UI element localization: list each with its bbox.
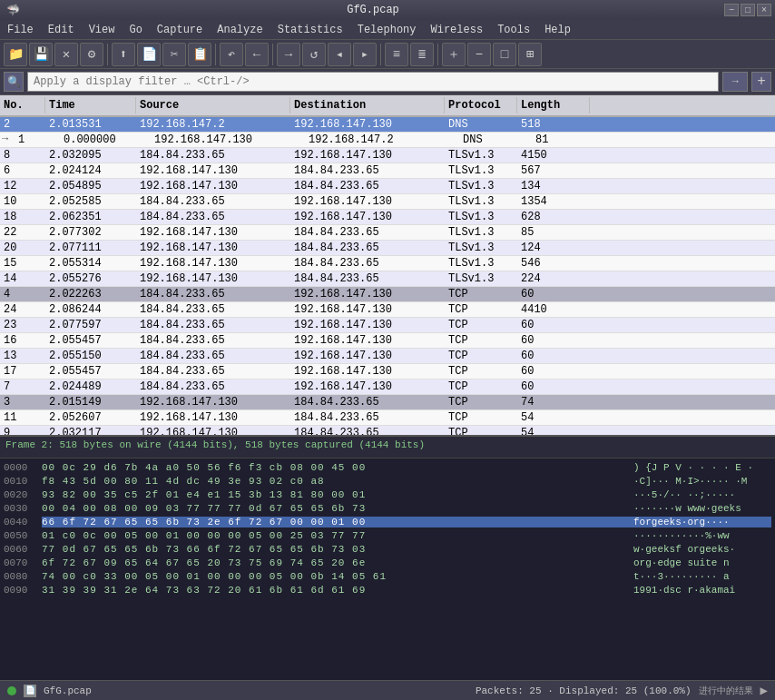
hex-row: 006077 0d 67 65 65 6b 73 66 6f 72 67 65 … <box>4 542 771 556</box>
packet-header-no.[interactable]: No. <box>0 97 45 113</box>
packet-header-source[interactable]: Source <box>136 97 290 113</box>
toolbar-button-11[interactable]: ↺ <box>302 43 326 66</box>
packet-cell-no: 4 <box>0 287 45 301</box>
table-row[interactable]: 182.062351184.84.233.65192.168.147.130TL… <box>0 210 775 225</box>
table-row[interactable]: 32.015149192.168.147.130184.84.233.65TCP… <box>0 395 775 410</box>
menu-item-file[interactable]: File <box>0 20 41 39</box>
menu-item-statistics[interactable]: Statistics <box>270 20 350 39</box>
menubar: FileEditViewGoCaptureAnalyzeStatisticsTe… <box>0 20 775 40</box>
toolbar-button-2[interactable]: ✕ <box>54 43 78 66</box>
menu-item-view[interactable]: View <box>82 20 123 39</box>
maximize-button[interactable]: □ <box>741 4 755 16</box>
toolbar-button-17[interactable]: − <box>467 43 491 66</box>
packet-cell-no: 14 <box>0 271 45 286</box>
toolbar-button-8[interactable]: ↶ <box>220 43 243 66</box>
hex-bytes: 01 c0 0c 00 05 00 01 00 00 00 05 00 25 0… <box>42 530 626 541</box>
packet-cell-source: 192.168.147.130 <box>136 256 290 271</box>
hex-offset: 0020 <box>4 489 42 500</box>
toolbar-button-10[interactable]: → <box>277 43 300 66</box>
packet-header-time[interactable]: Time <box>45 97 136 113</box>
hex-row: 005001 c0 0c 00 05 00 01 00 00 00 05 00 … <box>4 528 771 542</box>
packet-cell-source: 192.168.147.130 <box>136 395 290 409</box>
table-row[interactable]: 222.077302192.168.147.130184.84.233.65TL… <box>0 225 775 241</box>
menu-item-telephony[interactable]: Telephony <box>350 20 424 39</box>
packet-cell-protocol: DNS <box>459 133 532 147</box>
packet-cell-length: 60 <box>517 333 590 348</box>
filter-input[interactable] <box>27 72 719 92</box>
toolbar-button-12[interactable]: ◂ <box>328 43 351 66</box>
statusbar: 📄 GfG.pcap Packets: 25 · Displayed: 25 (… <box>0 680 775 700</box>
toolbar-button-1[interactable]: 💾 <box>29 43 53 66</box>
toolbar-button-3[interactable]: ⚙ <box>80 43 103 66</box>
menu-item-wireless[interactable]: Wireless <box>424 20 491 39</box>
packet-cell-protocol: TLSv1.3 <box>445 271 517 286</box>
hex-ascii: t···3········· a <box>626 571 771 582</box>
packet-cell-no: 12 <box>0 179 45 193</box>
filterbar: 🔍 → + <box>0 69 775 95</box>
table-row[interactable]: 202.077111192.168.147.130184.84.233.65TL… <box>0 241 775 256</box>
packet-rows[interactable]: 22.013531192.168.147.2192.168.147.130DNS… <box>0 117 775 435</box>
menu-item-tools[interactable]: Tools <box>490 20 537 39</box>
hex-bytes: 66 6f 72 67 65 65 6b 73 2e 6f 72 67 00 0… <box>42 517 626 527</box>
packet-cell-protocol: TCP <box>445 395 517 409</box>
hex-bytes: 6f 72 67 09 65 64 67 65 20 73 75 69 74 6… <box>42 557 626 568</box>
filter-apply-button[interactable]: → <box>722 72 748 92</box>
packet-cell-no: 15 <box>0 256 45 271</box>
menu-item-edit[interactable]: Edit <box>41 20 82 39</box>
table-row[interactable]: 142.055276192.168.147.130184.84.233.65TL… <box>0 271 775 287</box>
toolbar-button-16[interactable]: ＋ <box>442 43 466 66</box>
packet-cell-no: 1 <box>15 133 60 147</box>
packet-cell-length: 518 <box>517 117 590 132</box>
table-row[interactable]: 102.052585184.84.233.65192.168.147.130TL… <box>0 194 775 210</box>
toolbar-button-5[interactable]: 📄 <box>137 43 161 66</box>
minimize-button[interactable]: − <box>724 4 739 16</box>
toolbar-button-13[interactable]: ▸ <box>353 43 377 66</box>
table-row[interactable]: 132.055150184.84.233.65192.168.147.130TC… <box>0 349 775 364</box>
toolbar-button-15[interactable]: ≣ <box>410 43 434 66</box>
table-row[interactable]: 122.054895192.168.147.130184.84.233.65TL… <box>0 179 775 194</box>
table-row[interactable]: 22.013531192.168.147.2192.168.147.130DNS… <box>0 117 775 133</box>
toolbar-button-0[interactable]: 📁 <box>4 43 27 66</box>
table-row[interactable]: →10.000000192.168.147.130192.168.147.2DN… <box>0 133 775 148</box>
packet-header-length[interactable]: Length <box>517 97 590 113</box>
toolbar-button-4[interactable]: ⬆ <box>112 43 135 66</box>
packet-cell-source: 184.84.233.65 <box>136 194 290 209</box>
table-row[interactable]: 82.032095184.84.233.65192.168.147.130TLS… <box>0 148 775 163</box>
table-row[interactable]: 242.086244184.84.233.65192.168.147.130TC… <box>0 302 775 318</box>
packet-cell-destination: 192.168.147.130 <box>290 117 445 132</box>
toolbar-button-14[interactable]: ≡ <box>385 43 408 66</box>
table-row[interactable]: 112.052607192.168.147.130184.84.233.65TC… <box>0 410 775 426</box>
toolbar-button-7[interactable]: 📋 <box>188 43 211 66</box>
toolbar-button-9[interactable]: ← <box>245 43 269 66</box>
packet-cell-length: 567 <box>517 163 590 178</box>
table-row[interactable]: 172.055457184.84.233.65192.168.147.130TC… <box>0 364 775 380</box>
packet-header-destination[interactable]: Destination <box>290 97 445 113</box>
hex-bytes: 00 04 00 08 00 09 03 77 77 77 0d 67 65 6… <box>42 503 626 514</box>
table-row[interactable]: 62.024124192.168.147.130184.84.233.65TLS… <box>0 163 775 179</box>
hex-ascii: forgeeks·org···· <box>626 517 771 527</box>
table-row[interactable]: 152.055314192.168.147.130184.84.233.65TL… <box>0 256 775 271</box>
table-row[interactable]: 232.077597184.84.233.65192.168.147.130TC… <box>0 318 775 333</box>
toolbar-button-6[interactable]: ✂ <box>162 43 186 66</box>
packet-cell-destination: 184.84.233.65 <box>290 256 445 271</box>
packet-cell-length: 124 <box>517 241 590 255</box>
table-row[interactable]: 42.022263184.84.233.65192.168.147.130TCP… <box>0 287 775 302</box>
packet-cell-protocol: TLSv1.3 <box>445 163 517 178</box>
close-button[interactable]: × <box>757 4 771 16</box>
hex-ascii: ·C]··· M·I>····· ·M <box>626 476 771 487</box>
table-row[interactable]: 92.032117192.168.147.130184.84.233.65TCP… <box>0 426 775 435</box>
packet-cell-time: 2.055314 <box>45 256 136 271</box>
packet-cell-length: 546 <box>517 256 590 271</box>
menu-item-capture[interactable]: Capture <box>150 20 210 39</box>
toolbar-button-18[interactable]: □ <box>493 43 516 66</box>
menu-item-go[interactable]: Go <box>122 20 149 39</box>
packet-cell-no: 9 <box>0 426 45 435</box>
menu-item-analyze[interactable]: Analyze <box>210 20 270 39</box>
table-row[interactable]: 72.024489184.84.233.65192.168.147.130TCP… <box>0 380 775 395</box>
toolbar-button-19[interactable]: ⊞ <box>518 43 542 66</box>
packet-header-protocol[interactable]: Protocol <box>445 97 517 113</box>
table-row[interactable]: 162.055457184.84.233.65192.168.147.130TC… <box>0 333 775 349</box>
filter-add-button[interactable]: + <box>751 72 771 92</box>
packet-cell-protocol: TLSv1.3 <box>445 241 517 255</box>
menu-item-help[interactable]: Help <box>537 20 578 39</box>
